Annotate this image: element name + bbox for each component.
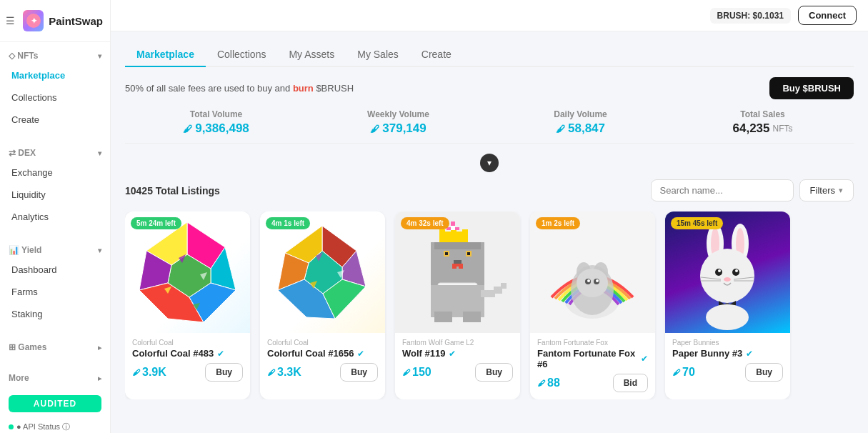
svg-point-66	[700, 249, 754, 303]
nft-name-4: Fantom Fortunate Fox #6	[537, 348, 637, 369]
buy-button-1[interactable]: Buy	[205, 363, 243, 382]
tabs-nav: Marketplace Collections My Assets My Sal…	[125, 43, 854, 67]
svg-point-79	[706, 304, 749, 330]
sidebar-item-liquidity[interactable]: Liquidity	[0, 184, 110, 206]
nft-grid: 5m 24m left	[125, 211, 854, 399]
sidebar-group-yield[interactable]: 📊 Yield ▾	[0, 239, 110, 259]
brush-sym-3: 🖌	[556, 124, 565, 134]
timer-badge-5: 15m 45s left	[671, 217, 723, 229]
svg-rect-42	[454, 260, 462, 264]
sidebar-item-create[interactable]: Create	[0, 109, 110, 131]
sidebar-header: ☰ ✦ PaintSwap	[0, 0, 110, 42]
sidebar-games-section: ⊞ Games ▸	[0, 334, 110, 359]
verified-icon-3: ✔	[449, 349, 456, 359]
nft-card-4-body: Fantom Fortunate Fox Fantom Fortunate Fo…	[530, 333, 655, 399]
filter-row: 10425 Total Listings Filters ▾	[125, 179, 854, 201]
sidebar-group-dex[interactable]: ⇄ DEX ▾	[0, 142, 110, 161]
sidebar-item-dashboard[interactable]: Dashboard	[0, 259, 110, 281]
svg-text:✦: ✦	[30, 16, 36, 25]
nft-name-5: Paper Bunny #3	[672, 348, 742, 359]
tab-collections[interactable]: Collections	[206, 43, 277, 67]
nft-card-2-body: Colorful Coal Colorful Coal #1656 ✔ 🖌 3.…	[260, 333, 385, 389]
nft-price-row-2: 🖌 3.3K Buy	[267, 363, 378, 382]
nft-card-3: 4m 32s left	[395, 211, 520, 399]
svg-point-60	[587, 279, 590, 282]
price-value-4: 88	[547, 377, 560, 389]
promo-burn: burn	[293, 83, 314, 94]
sidebar-group-more[interactable]: More ▸	[0, 367, 110, 387]
filters-label: Filters	[810, 185, 835, 196]
buy-button-2[interactable]: Buy	[340, 363, 378, 382]
verified-icon-2: ✔	[357, 349, 364, 359]
sidebar-item-collections[interactable]: Collections	[0, 86, 110, 109]
svg-rect-50	[481, 290, 495, 297]
logo-icon: ✦	[23, 10, 44, 31]
verified-icon-5: ✔	[746, 349, 753, 359]
svg-rect-29	[462, 229, 468, 238]
tab-my-assets[interactable]: My Assets	[277, 43, 346, 67]
nft-name-row-5: Paper Bunny #3 ✔	[672, 348, 783, 359]
logo-text: PaintSwap	[49, 15, 103, 27]
price-sym-4: 🖌	[537, 379, 545, 387]
svg-rect-52	[501, 283, 507, 289]
nft-name-3: Wolf #119	[402, 348, 445, 359]
sidebar-item-analytics[interactable]: Analytics	[0, 206, 110, 228]
timer-badge-1: 5m 24m left	[131, 217, 181, 229]
price-value-3: 150	[412, 366, 431, 379]
promo-bar: 50% of all sale fees are used to buy and…	[125, 77, 854, 99]
svg-rect-25	[439, 229, 445, 238]
svg-rect-34	[451, 222, 455, 226]
buy-button-3[interactable]: Buy	[475, 363, 513, 382]
svg-rect-37	[434, 242, 481, 249]
sidebar-item-exchange[interactable]: Exchange	[0, 161, 110, 184]
timer-badge-3: 4m 32s left	[401, 217, 449, 229]
nft-name-row-1: Colorful Coal #483 ✔	[132, 348, 243, 359]
tab-my-sales[interactable]: My Sales	[346, 43, 410, 67]
nft-price-2: 🖌 3.3K	[267, 366, 301, 379]
nft-collection-5: Paper Bunnies	[672, 339, 783, 347]
nft-card-3-image: 4m 32s left	[395, 211, 520, 333]
tab-marketplace[interactable]: Marketplace	[125, 43, 206, 67]
dashboard-label: Dashboard	[11, 264, 57, 275]
total-listings: 10425 Total Listings	[125, 185, 220, 196]
promo-suffix: $BRUSH	[314, 83, 354, 94]
sidebar-nfts-section: ◇ NFTs ▾ Marketplace Collections Create	[0, 42, 110, 134]
daily-volume-value: 🖌 58,847	[489, 121, 672, 136]
collapse-button[interactable]: ▾	[480, 154, 499, 172]
sidebar-group-nfts[interactable]: ◇ NFTs ▾	[0, 45, 110, 64]
timer-badge-4: 1m 2s left	[536, 217, 580, 229]
sidebar-yield-section: 📊 Yield ▾ Dashboard Farms Staking	[0, 237, 110, 328]
price-sym-3: 🖌	[402, 368, 410, 377]
sidebar-item-farms[interactable]: Farms	[0, 281, 110, 303]
staking-label: Staking	[11, 309, 42, 319]
nft-collection-1: Colorful Coal	[132, 339, 243, 347]
audited-badge: AUDITED	[9, 395, 101, 412]
sidebar-item-marketplace[interactable]: Marketplace	[0, 64, 110, 86]
svg-rect-26	[445, 232, 451, 238]
sidebar-group-games[interactable]: ⊞ Games ▸	[0, 337, 110, 356]
hamburger-icon[interactable]: ☰	[6, 15, 15, 26]
bid-button-4[interactable]: Bid	[613, 374, 648, 392]
filters-button[interactable]: Filters ▾	[799, 179, 854, 201]
svg-rect-44	[452, 267, 457, 269]
buy-button-5[interactable]: Buy	[745, 363, 783, 382]
connect-button[interactable]: Connect	[798, 6, 857, 25]
liquidity-label: Liquidity	[11, 189, 46, 200]
search-input[interactable]	[651, 179, 794, 201]
nft-card-4: 1m 2s left	[530, 211, 655, 399]
nft-collection-4: Fantom Fortunate Fox	[537, 339, 648, 347]
brush-balance: BRUSH: $0.1031	[710, 8, 791, 24]
sidebar: ☰ ✦ PaintSwap ◇ NFTs ▾ Marketplace	[0, 0, 111, 433]
buy-brush-button[interactable]: Buy $BRUSH	[769, 77, 854, 99]
nft-price-4: 🖌 88	[537, 377, 560, 389]
daily-volume-label: Daily Volume	[489, 109, 672, 119]
collapse-row: ▾	[125, 154, 854, 172]
nft-card-2-image: 4m 1s left	[260, 211, 385, 333]
sidebar-item-staking[interactable]: Staking	[0, 303, 110, 325]
dex-group-label: ⇄ DEX	[9, 148, 36, 158]
status-dot-icon	[9, 424, 14, 429]
tab-create[interactable]: Create	[410, 43, 463, 67]
nft-card-5-image: 15m 45s left	[665, 211, 790, 333]
nft-card-1-image: 5m 24m left	[125, 211, 250, 333]
farms-label: Farms	[11, 287, 38, 297]
